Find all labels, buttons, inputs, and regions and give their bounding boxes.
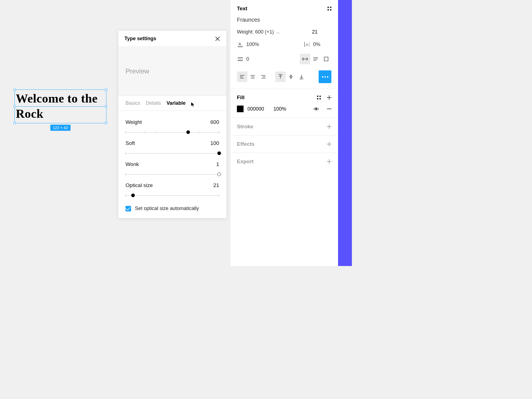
- type-settings-title: Type settings: [124, 36, 156, 42]
- add-effect-icon[interactable]: [327, 142, 331, 146]
- slider-soft-thumb[interactable]: [218, 152, 221, 155]
- type-preview-area: Preview: [118, 47, 226, 96]
- resize-handle-top-right[interactable]: [105, 89, 107, 91]
- export-section-title: Export: [237, 158, 254, 165]
- ellipsis-icon: [322, 76, 328, 78]
- text-section: Text Fraunces Weight: 600 (+1) 21 A 100%…: [230, 0, 338, 89]
- type-settings-header: Type settings: [118, 31, 226, 47]
- fill-opacity-value[interactable]: 100%: [273, 106, 286, 112]
- resize-handle-mid-right[interactable]: [105, 105, 107, 108]
- font-size-field[interactable]: 21: [312, 29, 331, 35]
- slider-weight-track[interactable]: [126, 130, 219, 135]
- slider-soft-track[interactable]: [126, 151, 219, 156]
- paragraph-spacing-field[interactable]: 0: [237, 56, 249, 62]
- letter-spacing-icon: A: [304, 41, 310, 48]
- type-settings-tabs: Basics Details Variable: [118, 96, 226, 111]
- fill-section-title: Fill: [237, 94, 244, 101]
- tab-details[interactable]: Details: [146, 100, 161, 106]
- checkbox-checked-icon[interactable]: [126, 206, 131, 211]
- slider-wonk-track[interactable]: [126, 172, 219, 177]
- align-middle-button[interactable]: [286, 71, 296, 82]
- slider-wonk-label: Wonk: [126, 161, 139, 167]
- stroke-section: Stroke: [230, 118, 338, 135]
- resize-handle-top-left[interactable]: [14, 89, 16, 91]
- close-icon[interactable]: [215, 36, 220, 42]
- preview-label: Preview: [126, 67, 219, 75]
- paragraph-spacing-icon: [237, 56, 244, 62]
- slider-soft-value: 100: [210, 140, 219, 146]
- add-fill-icon[interactable]: [327, 95, 331, 100]
- inspector-panel: Text Fraunces Weight: 600 (+1) 21 A 100%…: [230, 0, 338, 266]
- slider-wonk-thumb[interactable]: [218, 173, 221, 176]
- slider-optical-thumb[interactable]: [131, 194, 135, 197]
- line-height-value: 100%: [246, 42, 259, 47]
- fixed-size-button[interactable]: [321, 54, 331, 64]
- slider-wonk: Wonk 1: [126, 156, 219, 177]
- paragraph-spacing-value: 0: [246, 56, 249, 62]
- line-height-icon: A: [237, 41, 244, 48]
- add-export-icon[interactable]: [327, 159, 331, 164]
- selection-midline: [15, 106, 106, 107]
- font-weight-label: Weight: 600 (+1): [237, 29, 274, 35]
- slider-optical-label: Optical size: [126, 182, 153, 188]
- align-center-button[interactable]: [247, 71, 258, 82]
- effects-section-title: Effects: [237, 141, 254, 147]
- fill-hex-value[interactable]: 000000: [247, 106, 264, 112]
- align-left-button[interactable]: [237, 71, 247, 82]
- slider-optical-value: 21: [213, 182, 219, 188]
- tab-basics[interactable]: Basics: [126, 100, 140, 106]
- slider-optical-track[interactable]: [126, 193, 219, 198]
- variable-sliders: Weight 600 Soft 100: [118, 111, 226, 218]
- font-family-field[interactable]: Fraunces: [237, 17, 331, 23]
- effects-section: Effects: [230, 135, 338, 153]
- slider-soft: Soft 100: [126, 135, 219, 156]
- selected-text-frame[interactable]: Welcome to the Rock 122 × 42: [14, 89, 106, 123]
- resize-handle-bottom-right[interactable]: [105, 122, 107, 124]
- align-bottom-button[interactable]: [296, 71, 307, 82]
- fill-style-grid-icon[interactable]: [317, 96, 321, 99]
- auto-height-button[interactable]: [310, 54, 321, 64]
- export-section: Export: [230, 153, 338, 170]
- optical-auto-label: Set optical size automatically: [135, 206, 199, 211]
- fill-section: Fill 000000 100%: [230, 89, 338, 118]
- letter-spacing-field[interactable]: A 0%: [304, 41, 331, 48]
- slider-weight: Weight 600: [126, 114, 219, 135]
- stroke-section-title: Stroke: [237, 124, 253, 130]
- remove-fill-icon[interactable]: [327, 107, 331, 111]
- line-height-field[interactable]: A 100%: [237, 41, 259, 48]
- selection-dimensions-badge: 122 × 42: [50, 125, 71, 131]
- slider-weight-thumb[interactable]: [186, 131, 190, 134]
- slider-wonk-value: 1: [216, 161, 219, 167]
- right-edge-strip: [338, 0, 352, 266]
- letter-spacing-value: 0%: [313, 42, 320, 47]
- fill-color-swatch[interactable]: [237, 106, 244, 112]
- slider-soft-label: Soft: [126, 140, 135, 146]
- optical-auto-checkbox-row[interactable]: Set optical size automatically: [126, 198, 219, 211]
- align-top-button[interactable]: [275, 71, 286, 82]
- style-grid-icon[interactable]: [328, 7, 331, 11]
- font-weight-select[interactable]: Weight: 600 (+1): [237, 29, 280, 35]
- visibility-icon[interactable]: [313, 106, 319, 112]
- slider-optical-size: Optical size 21: [126, 177, 219, 198]
- auto-width-button[interactable]: [300, 54, 310, 64]
- chevron-down-icon: [277, 31, 280, 33]
- type-settings-panel: Type settings Preview Basics Details Var…: [118, 30, 227, 218]
- tab-variable[interactable]: Variable: [167, 100, 186, 106]
- slider-weight-label: Weight: [126, 119, 142, 125]
- text-more-options-button[interactable]: [319, 70, 331, 83]
- align-right-button[interactable]: [258, 71, 268, 82]
- resize-handle-bottom-left[interactable]: [14, 122, 16, 124]
- slider-weight-value: 600: [210, 119, 219, 125]
- text-section-title: Text: [237, 6, 247, 12]
- add-stroke-icon[interactable]: [327, 124, 331, 129]
- svg-rect-3: [324, 57, 328, 61]
- svg-point-16: [315, 108, 317, 110]
- resize-handle-mid-left[interactable]: [14, 105, 16, 108]
